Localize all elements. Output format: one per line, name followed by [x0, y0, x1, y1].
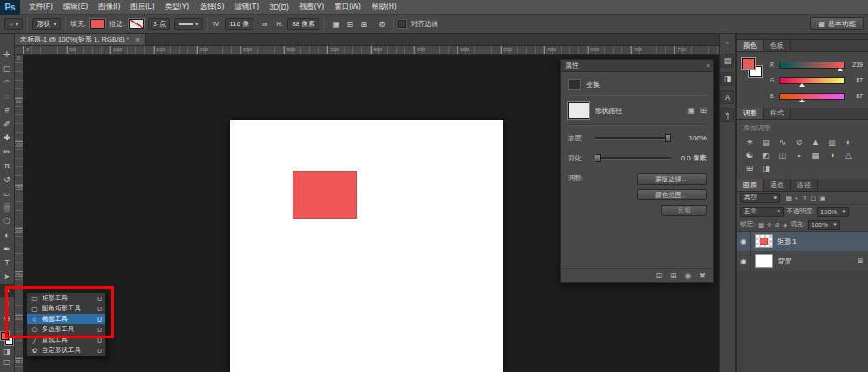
tool-preset-picker[interactable]: ○ ▾ — [4, 18, 23, 30]
adjustment-icon[interactable]: ◩ — [758, 148, 774, 161]
workspace-switcher[interactable]: ▦ 基本功能 — [810, 17, 864, 30]
stroke-swatch[interactable] — [129, 19, 144, 29]
adjustment-icon[interactable]: ◨ — [758, 161, 774, 174]
close-icon[interactable]: × — [135, 36, 140, 44]
eraser-tool[interactable]: ▱ — [0, 186, 15, 200]
menu-item[interactable]: 滤镜(T) — [229, 2, 264, 12]
fill-swatch[interactable] — [90, 19, 105, 29]
adjustment-icon[interactable]: ▦ — [807, 148, 824, 161]
path-operation-icon[interactable]: ⊟ — [343, 17, 357, 30]
slider-handle[interactable] — [665, 134, 671, 142]
shape-path-thumbnail[interactable] — [568, 102, 589, 119]
menu-item[interactable]: 编辑(E) — [58, 2, 93, 12]
lock-icon[interactable]: ◈ — [783, 221, 788, 229]
dodge-tool[interactable]: ◐ — [0, 228, 15, 242]
menu-item[interactable]: 图层(L) — [125, 2, 159, 12]
stroke-width-input[interactable]: 3 点 — [148, 18, 170, 30]
character-panel-icon[interactable]: A — [720, 90, 734, 104]
tab-adjustments[interactable]: 调整 — [737, 108, 764, 119]
slider-handle[interactable] — [799, 99, 805, 102]
history-panel-icon[interactable]: ▤ — [720, 54, 734, 68]
adjustment-icon[interactable]: ⊘ — [791, 135, 807, 148]
quick-select-tool[interactable]: ◌ — [0, 89, 15, 103]
shape-height-input[interactable]: 88 像素 — [287, 18, 319, 30]
invert-button[interactable]: 反相 — [661, 205, 707, 216]
menu-item[interactable]: 窗口(W) — [329, 2, 366, 12]
lock-icon[interactable]: ⊕ — [774, 221, 779, 229]
adjustment-icon[interactable]: ▤ — [758, 135, 774, 148]
expand-panels-icon[interactable]: « — [726, 39, 729, 49]
layer-filter-icon[interactable]: ▢ — [810, 194, 816, 202]
vector-mask-icon[interactable]: ▣ — [687, 106, 695, 114]
slider-handle[interactable] — [838, 68, 843, 71]
stroke-style-dropdown[interactable]: ▾ — [174, 18, 203, 30]
history-brush-tool[interactable]: ↺ — [0, 173, 15, 186]
menu-item[interactable]: 选择(S) — [194, 2, 229, 12]
layer-thumbnail[interactable] — [755, 254, 773, 268]
layer-filter-dropdown[interactable]: 类型 ▾ — [740, 193, 780, 203]
layer-thumbnail[interactable] — [755, 234, 773, 248]
channel-value[interactable]: 239 — [848, 62, 863, 68]
lasso-tool[interactable]: ◠ — [0, 75, 15, 89]
gradient-tool[interactable]: ▒ — [0, 200, 15, 214]
menu-item[interactable]: 图像(I) — [93, 2, 125, 12]
collapse-panel-icon[interactable]: » — [707, 62, 709, 69]
menu-item[interactable]: 帮助(H) — [366, 2, 402, 12]
layer-name[interactable]: 背景 — [777, 257, 791, 266]
visibility-eye-icon[interactable]: ◉ — [737, 251, 751, 271]
type-tool[interactable]: T — [0, 256, 15, 270]
channel-value[interactable]: 87 — [848, 93, 863, 99]
adjustment-icon[interactable]: ▲ — [807, 135, 824, 148]
channel-value[interactable]: 87 — [848, 77, 863, 83]
healing-brush-tool[interactable]: ✚ — [0, 131, 15, 145]
slider-handle[interactable] — [799, 83, 805, 87]
tab-swatches[interactable]: 色板 — [764, 40, 791, 51]
disable-mask-icon[interactable]: ◉ — [685, 271, 692, 280]
delete-mask-icon[interactable]: ✖ — [699, 271, 706, 280]
feather-slider[interactable] — [595, 157, 671, 160]
lock-icon[interactable]: ✛ — [766, 221, 772, 229]
move-tool[interactable]: ✛ — [0, 48, 15, 62]
layer-row[interactable]: ◉ 背景 ⊠ — [737, 251, 868, 271]
slider-handle[interactable] — [595, 154, 601, 162]
link-dimensions-icon[interactable]: ∞ — [258, 17, 272, 30]
tab-layers[interactable]: 图层 — [737, 179, 764, 191]
tab-color[interactable]: 颜色 — [737, 40, 764, 51]
document-canvas[interactable] — [230, 120, 503, 372]
adjustment-icon[interactable]: ☀ — [741, 135, 758, 148]
adjustment-icon[interactable]: ◒ — [791, 148, 807, 161]
menu-item[interactable]: 3D(D) — [264, 3, 294, 11]
apply-mask-icon[interactable]: ⊞ — [670, 271, 677, 280]
layer-row[interactable]: ◉ 矩形 1 ⊠ — [737, 232, 868, 251]
load-selection-icon[interactable]: ⊡ — [656, 271, 663, 280]
tool-mode-dropdown[interactable]: 形状 ▾ — [32, 18, 61, 30]
opacity-dropdown[interactable]: 100% ▾ — [817, 207, 849, 217]
adjustment-icon[interactable]: ⊞ — [741, 161, 758, 174]
path-operation-icon[interactable]: ▣ — [329, 17, 343, 30]
adjustment-icon[interactable]: ☯ — [741, 148, 758, 161]
custom-shape-tool-item[interactable]: ✿ 自定形状工具 U — [27, 345, 105, 356]
layers-empty-area[interactable] — [737, 271, 868, 372]
adjustment-icon[interactable]: ◐ — [840, 135, 857, 148]
transform-row[interactable]: 变换 — [568, 76, 707, 92]
tab-channels[interactable]: 通道 — [764, 179, 791, 191]
layer-name[interactable]: 矩形 1 — [777, 237, 797, 246]
adjustment-icon[interactable]: ▥ — [824, 135, 840, 148]
mask-badge-icon[interactable]: ⊞ — [700, 106, 707, 114]
quick-mask-icon[interactable]: ◨ — [0, 346, 15, 356]
menu-item[interactable]: 视图(V) — [294, 2, 329, 12]
channel-slider[interactable] — [779, 77, 845, 84]
layer-filter-icon[interactable]: ▣ — [819, 194, 825, 202]
path-select-tool[interactable]: ➤ — [0, 270, 15, 284]
menu-item[interactable]: 文件(F) — [23, 2, 58, 12]
visibility-eye-icon[interactable]: ◉ — [737, 232, 751, 251]
adjustment-icon[interactable]: △ — [840, 148, 857, 161]
crop-tool[interactable]: # — [0, 103, 15, 117]
color-range-button[interactable]: 颜色范围… — [637, 189, 707, 200]
adjustment-icon[interactable]: ◑ — [824, 148, 840, 161]
clone-stamp-tool[interactable]: π — [0, 159, 15, 173]
menu-item[interactable]: 类型(Y) — [160, 2, 194, 12]
layer-filter-icon[interactable]: T — [803, 194, 807, 202]
marquee-tool[interactable]: ▢ — [0, 62, 15, 75]
paragraph-panel-icon[interactable]: ¶ — [720, 108, 734, 122]
